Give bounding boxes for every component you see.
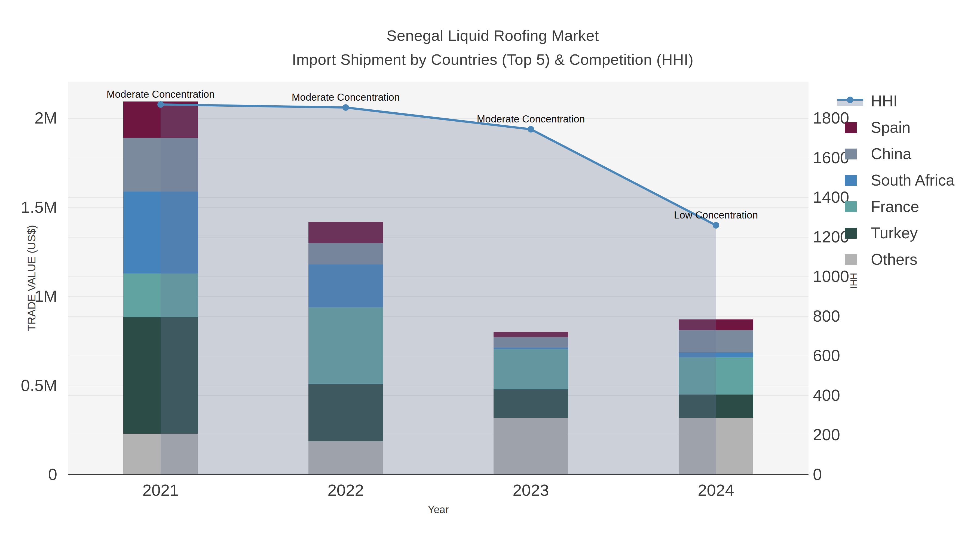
y-left-tick-1.5M: 1.5M	[5, 198, 57, 217]
y-left-tick-1M: 1M	[5, 287, 57, 306]
bar-segment-2023-south-africa[interactable]	[493, 348, 568, 349]
bar-segment-2024-turkey[interactable]	[679, 395, 753, 418]
bar-segment-2023-france[interactable]	[493, 349, 568, 389]
y-right-tick-800: 800	[813, 306, 878, 326]
bar-segment-2021-france[interactable]	[123, 273, 198, 317]
bar-segment-2024-spain[interactable]	[679, 319, 753, 330]
legend-label: South Africa	[871, 171, 955, 189]
plot-area	[68, 82, 808, 475]
bar-segment-2022-turkey[interactable]	[309, 384, 383, 441]
annotation-2024: Low Concentration	[674, 210, 758, 221]
color-swatch	[845, 228, 857, 239]
color-swatch-icon	[837, 253, 867, 265]
color-swatch-icon	[837, 174, 867, 186]
y-axis-title-left: TRADE VALUE (US$)	[25, 225, 38, 331]
legend-item-south-africa[interactable]: South Africa	[837, 167, 955, 193]
bar-segment-2022-china[interactable]	[309, 243, 383, 265]
y-right-tick-400: 400	[813, 386, 878, 405]
x-axis-title: Year	[428, 504, 449, 516]
legend-item-spain[interactable]: Spain	[837, 114, 955, 140]
y-left-tick-0.5M: 0.5M	[5, 376, 57, 395]
color-swatch	[845, 254, 857, 265]
legend-item-france[interactable]: France	[837, 193, 955, 219]
legend-label: Others	[871, 250, 917, 268]
bar-segment-2021-spain[interactable]	[123, 102, 198, 138]
bar-segment-2023-china[interactable]	[493, 337, 568, 348]
legend-label: China	[871, 145, 912, 163]
x-tick-2023: 2023	[490, 481, 572, 500]
legend: HHISpainChinaSouth AfricaFranceTurkeyOth…	[837, 87, 955, 272]
y-right-tick-600: 600	[813, 346, 878, 365]
legend-item-hhi[interactable]: HHI	[837, 87, 955, 114]
bar-segment-2024-south-africa[interactable]	[679, 353, 753, 357]
bar-segment-2023-turkey[interactable]	[493, 389, 568, 418]
x-tick-2022: 2022	[305, 481, 387, 500]
bar-segment-2021-china[interactable]	[123, 138, 198, 192]
bar-segment-2021-south-africa[interactable]	[123, 192, 198, 273]
hhi-area-fill	[161, 105, 716, 475]
y-right-tick-0: 0	[813, 465, 878, 484]
bar-segment-2022-south-africa[interactable]	[309, 265, 383, 307]
legend-item-others[interactable]: Others	[837, 246, 955, 272]
color-swatch	[845, 175, 857, 186]
marker-dot-icon	[847, 97, 853, 103]
y-left-tick-0: 0	[5, 465, 57, 484]
bar-segment-2023-others[interactable]	[493, 418, 568, 475]
hhi-marker-2024[interactable]	[713, 222, 719, 229]
x-axis-line	[68, 474, 808, 475]
color-swatch-icon	[837, 148, 867, 160]
legend-label: HHI	[871, 92, 897, 110]
bar-segment-2022-spain[interactable]	[309, 222, 383, 243]
legend-item-china[interactable]: China	[837, 140, 955, 167]
color-swatch-icon	[837, 121, 867, 133]
hhi-marker-2022[interactable]	[342, 104, 349, 111]
color-swatch-icon	[837, 227, 867, 239]
bar-segment-2024-others[interactable]	[679, 418, 753, 475]
color-swatch-icon	[837, 200, 867, 213]
annotation-2021: Moderate Concentration	[107, 89, 215, 100]
y-left-tick-2M: 2M	[5, 109, 57, 127]
annotation-2023: Moderate Concentration	[477, 113, 585, 125]
x-tick-2021: 2021	[120, 481, 202, 500]
color-swatch	[845, 149, 857, 159]
figure: Senegal Liquid Roofing Market Import Shi…	[0, 0, 980, 551]
x-tick-2024: 2024	[675, 481, 757, 500]
color-swatch	[845, 202, 857, 212]
bar-segment-2022-france[interactable]	[309, 307, 383, 384]
bar-segment-2022-others[interactable]	[309, 441, 383, 475]
legend-item-turkey[interactable]: Turkey	[837, 219, 955, 246]
chart-subtitle: Import Shipment by Countries (Top 5) & C…	[0, 51, 980, 68]
y-right-tick-200: 200	[813, 425, 878, 444]
hhi-marker-2023[interactable]	[528, 126, 534, 132]
bar-segment-2023-spain[interactable]	[493, 332, 568, 337]
annotation-2022: Moderate Concentration	[292, 92, 400, 103]
bar-segment-2024-china[interactable]	[679, 330, 753, 353]
bar-segment-2024-france[interactable]	[679, 357, 753, 395]
legend-label: Turkey	[871, 224, 918, 242]
bar-segment-2021-others[interactable]	[123, 434, 198, 475]
bar-segment-2021-turkey[interactable]	[123, 317, 198, 434]
legend-label: France	[871, 197, 919, 216]
hhi-line-legend-icon	[837, 95, 867, 107]
chart-title: Senegal Liquid Roofing Market	[0, 27, 980, 44]
color-swatch	[845, 122, 857, 133]
legend-label: Spain	[871, 118, 911, 136]
